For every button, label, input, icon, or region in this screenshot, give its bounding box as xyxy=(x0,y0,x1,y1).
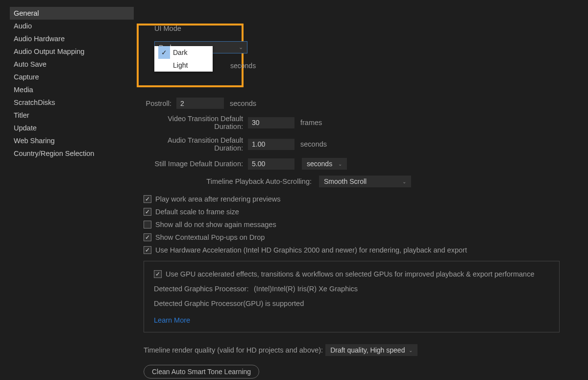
checkmark-icon: ✓ xyxy=(158,46,170,59)
render-quality-value: Draft quality, High speed xyxy=(330,346,405,354)
timeline-scroll-value: Smooth Scroll xyxy=(324,177,367,185)
video-transition-unit: frames xyxy=(300,119,322,127)
render-quality-label: Timeline render quality (valid for HD pr… xyxy=(144,346,323,354)
ui-mode-label: UI Mode xyxy=(154,19,571,32)
timeline-scroll-select[interactable]: Smooth Scroll ⌄ xyxy=(319,176,411,187)
sidebar-item-titler[interactable]: Titler xyxy=(10,109,134,122)
ui-mode-option-label: Light xyxy=(170,61,188,69)
timeline-scroll-label: Timeline Playback Auto-Scrolling: xyxy=(144,177,317,185)
ui-mode-option-light[interactable]: Light xyxy=(154,59,213,72)
ui-mode-option-dark[interactable]: ✓ Dark xyxy=(154,46,213,59)
sidebar-item-auto-save[interactable]: Auto Save xyxy=(10,58,134,71)
sidebar-item-audio-hardware[interactable]: Audio Hardware xyxy=(10,32,134,45)
sidebar-item-general[interactable]: General xyxy=(10,7,134,20)
preferences-general-panel: UI Mode Dark ⌄ ✓ Dark Light seconds Post… xyxy=(134,7,581,373)
gpu-accel-checkbox[interactable] xyxy=(154,270,162,278)
sidebar-item-media[interactable]: Media xyxy=(10,83,134,96)
gpu-supported-label: Detected Graphic Processor(GPU) is suppo… xyxy=(154,300,304,307)
show-all-messages-label: Show all do not show again messages xyxy=(155,221,276,228)
hw-accel-label: Use Hardware Acceleration (Intel HD Grap… xyxy=(155,246,467,254)
gpu-detected-value: (Intel)Intel(R) Iris(R) Xe Graphics xyxy=(254,285,358,293)
gpu-learn-more-link[interactable]: Learn More xyxy=(154,316,190,324)
sidebar-item-capture[interactable]: Capture xyxy=(10,71,134,83)
default-scale-checkbox[interactable] xyxy=(144,208,151,216)
audio-transition-unit: seconds xyxy=(300,140,327,148)
render-quality-select[interactable]: Draft quality, High speed ⌄ xyxy=(325,344,417,356)
gpu-detected-label: Detected Graphics Processor: xyxy=(154,285,252,293)
preferences-sidebar: General Audio Audio Hardware Audio Outpu… xyxy=(10,7,134,373)
sidebar-item-audio-output[interactable]: Audio Output Mapping xyxy=(10,45,134,58)
default-scale-label: Default scale to frame size xyxy=(155,208,239,216)
chevron-down-icon: ⌄ xyxy=(402,179,406,184)
still-image-label: Still Image Default Duration: xyxy=(144,160,248,168)
postroll-input[interactable] xyxy=(176,98,224,109)
gpu-accel-label: Use GPU accelerated effects, transitions… xyxy=(166,270,534,278)
audio-transition-input[interactable] xyxy=(248,139,294,150)
sidebar-item-scratchdisks[interactable]: ScratchDisks xyxy=(10,96,134,109)
sidebar-item-audio[interactable]: Audio xyxy=(10,20,134,32)
postroll-unit: seconds xyxy=(230,100,256,107)
still-image-input[interactable] xyxy=(248,158,294,170)
gpu-settings-group: Use GPU accelerated effects, transitions… xyxy=(144,261,560,332)
sidebar-item-country-region[interactable]: Country/Region Selection xyxy=(10,147,134,160)
ui-mode-option-label: Dark xyxy=(170,49,188,56)
show-all-messages-checkbox[interactable] xyxy=(144,221,151,228)
audio-transition-label: Audio Transition Default Duration: xyxy=(144,136,248,152)
chevron-down-icon: ⌄ xyxy=(338,161,342,167)
clean-smart-tone-button[interactable]: Clean Auto Smart Tone Learning xyxy=(144,365,259,379)
sidebar-item-web-sharing[interactable]: Web Sharing xyxy=(10,134,134,147)
postroll-label: Postroll: xyxy=(144,100,176,107)
contextual-popups-label: Show Contextual Pop-ups on Drop xyxy=(155,233,265,241)
contextual-popups-checkbox[interactable] xyxy=(144,233,151,241)
video-transition-input[interactable] xyxy=(248,117,294,128)
video-transition-label: Video Transition Default Duration: xyxy=(144,115,248,130)
still-image-unit-select[interactable]: seconds ⌄ xyxy=(302,158,347,170)
still-image-unit-value: seconds xyxy=(307,160,332,168)
ui-mode-dropdown-list: ✓ Dark Light xyxy=(154,46,213,72)
chevron-down-icon: ⌄ xyxy=(409,348,413,353)
chevron-down-icon: ⌄ xyxy=(239,44,243,51)
play-after-render-label: Play work area after rendering previews xyxy=(155,195,280,203)
hw-accel-checkbox[interactable] xyxy=(144,246,151,254)
preroll-unit: seconds xyxy=(230,62,256,70)
sidebar-item-update[interactable]: Update xyxy=(10,122,134,134)
play-after-render-checkbox[interactable] xyxy=(144,195,151,203)
